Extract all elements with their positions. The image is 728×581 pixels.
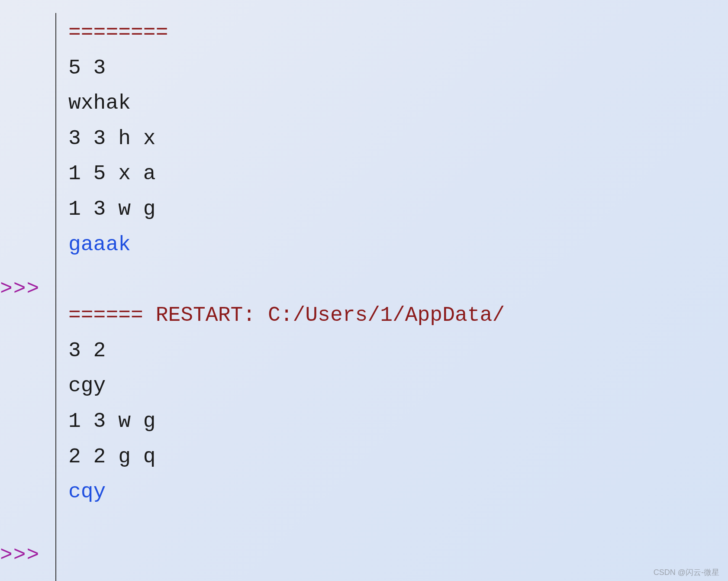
input-line: cgy [68,368,728,404]
restart-path: C:/Users/1/AppData/ [268,303,505,327]
prompt-gutter: >>> >>> [0,13,56,581]
prompt-marker[interactable]: >>> [0,543,40,567]
input-line: wxhak [68,86,728,121]
restart-line: ====== RESTART: C:/Users/1/AppData/ [68,298,728,333]
output-line: cqy [68,474,728,510]
input-line: 1 5 x a [68,156,728,192]
shell-content[interactable]: ======== 5 3 wxhak 3 3 h x 1 5 x a 1 3 w… [56,13,728,581]
input-line: 3 2 [68,333,728,369]
input-line: 1 3 w g [68,404,728,439]
input-line: 1 3 w g [68,192,728,227]
restart-prefix: ====== [68,303,156,327]
input-line: 3 3 h x [68,121,728,157]
prompt-marker[interactable]: >>> [0,277,40,300]
divider-line: ======== [68,15,728,51]
output-line: gaaak [68,227,728,263]
blank-line [68,262,728,298]
input-line: 2 2 g q [68,439,728,475]
restart-label: RESTART: [156,303,268,327]
watermark: CSDN @闪云-微星 [654,567,719,578]
input-line: 5 3 [68,51,728,86]
idle-shell-view: >>> >>> ======== 5 3 wxhak 3 3 h x 1 5 x… [0,0,728,581]
